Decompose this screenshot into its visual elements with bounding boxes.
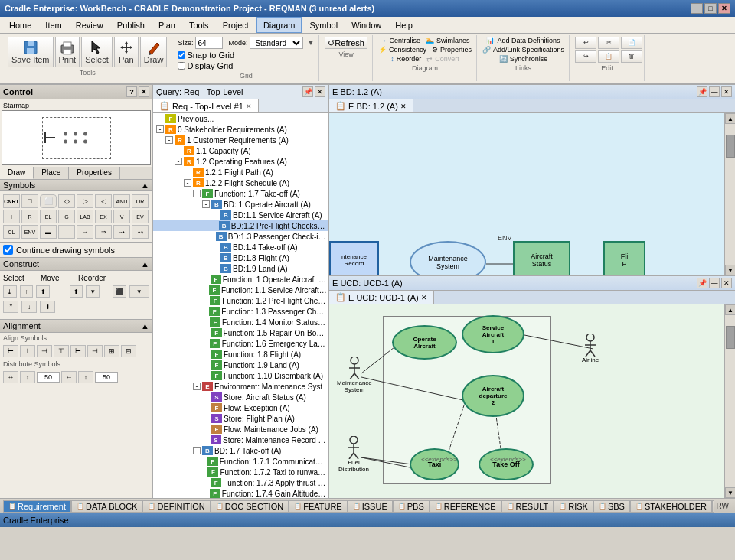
continue-checkbox[interactable] [3, 245, 13, 255]
tree-item[interactable]: FFunction: 1.4 Monitor Status (A) [153, 317, 328, 327]
aircraft-departure-shape[interactable]: Aircraftdeparture2 [462, 375, 524, 417]
tree-item[interactable]: BBD:1.3 Passenger Check-in (A) [153, 231, 328, 242]
snap-checkbox[interactable] [178, 51, 185, 59]
menu-window[interactable]: Window [345, 17, 387, 33]
centralise-label[interactable]: Centralise [389, 37, 420, 44]
edit-btn-3[interactable]: ✂ [598, 37, 619, 49]
tree-expand-btn[interactable]: - [193, 447, 201, 454]
maximize-btn[interactable]: □ [704, 3, 717, 14]
tree-item[interactable]: BBD:1.4 Take-off (A) [153, 242, 328, 252]
tree-expand-btn[interactable]: - [175, 158, 182, 165]
status-tab[interactable]: 📋 DOC SECTION [211, 500, 289, 513]
status-tab[interactable]: 📋 DATA BLOCK [71, 500, 142, 513]
tree-item[interactable]: -R1.2 Operating Features (A) [153, 156, 328, 167]
tree-item[interactable]: FFunction: 1.8 Flight (A) [153, 349, 328, 360]
sym-box2[interactable]: ▬ [40, 225, 57, 239]
sym-trigger[interactable]: ▷ [77, 194, 93, 208]
tree-tab-active[interactable]: 📋 Req - Top-Level #1 ✕ [153, 99, 259, 112]
sym-arrow-r[interactable]: → [77, 225, 93, 239]
align-bottom[interactable]: ⊣ [87, 345, 103, 357]
panel-close-btn[interactable]: ✕ [139, 86, 149, 97]
tree-item[interactable]: FFunction: 1.3 Passenger Check- [153, 306, 328, 317]
menu-review[interactable]: Review [70, 17, 109, 33]
top-close-btn[interactable]: ✕ [721, 86, 732, 97]
sym-ex[interactable]: EX [95, 210, 112, 223]
bottom-min-btn[interactable]: — [709, 278, 720, 288]
sym-lab[interactable]: LAB [77, 210, 93, 223]
tree-expand-btn[interactable]: - [193, 190, 201, 197]
tree-item[interactable]: BBD:1.9 Land (A) [153, 263, 328, 274]
align-center-v[interactable]: ⊢ [70, 345, 86, 357]
menu-publish[interactable]: Publish [111, 17, 151, 33]
c-btn-7[interactable]: ⤒ [3, 301, 18, 313]
pan-button[interactable]: Pan [114, 37, 139, 67]
sym-r[interactable]: R [21, 210, 38, 223]
tree-item[interactable]: FFunction: 1.10 Disembark (A) [153, 370, 328, 381]
align-extra2[interactable]: ⊟ [121, 345, 136, 357]
menu-diagram[interactable]: Diagram [256, 17, 302, 33]
sym-process[interactable]: CNRT [3, 194, 20, 208]
sym-ev[interactable]: EV [132, 210, 149, 223]
tree-item[interactable]: -BBD: 1 Operate Aircraft (A) [153, 199, 328, 210]
status-tab[interactable]: 📋 SYSTEM REQ [712, 500, 714, 513]
status-tab[interactable]: 📋 PBS [393, 500, 430, 513]
sym-el[interactable]: EL [40, 210, 57, 223]
draw-tab[interactable]: Draw [0, 167, 34, 179]
tree-item[interactable]: FFunction: 1.7.3 Apply thrust (A) [153, 477, 328, 488]
sym-diamond[interactable]: ◇ [58, 194, 75, 208]
tree-close-btn[interactable]: ✕ [315, 86, 325, 97]
sym-i[interactable]: I [3, 210, 20, 223]
edit-btn-6[interactable]: 🗑 [621, 50, 642, 63]
c-btn-9[interactable]: ⬇ [40, 301, 55, 313]
status-tab[interactable]: 📋 Requirement [3, 500, 71, 513]
scroll-down-arrow[interactable]: ▼ [725, 265, 735, 275]
takeoff-shape[interactable]: Take Off [479, 448, 534, 480]
tree-item[interactable]: BBD:1.8 Flight (A) [153, 252, 328, 263]
dist-v-input[interactable] [95, 372, 118, 383]
status-tab[interactable]: 📋 SBS [593, 500, 630, 513]
status-tab[interactable]: 📋 RESULT [501, 500, 554, 513]
tree-item[interactable]: -R0 Stakeholder Requirements (A) [153, 124, 328, 135]
sym-rect[interactable]: □ [21, 194, 38, 208]
reorder-label[interactable]: Reorder [397, 55, 422, 63]
taxi-shape[interactable]: Taxi [410, 448, 459, 480]
menu-plan[interactable]: Plan [152, 17, 181, 33]
align-left[interactable]: ⊢ [3, 345, 18, 357]
status-tab[interactable]: 📋 DEFINITION [142, 500, 210, 513]
tree-item[interactable]: BBD:1.1 Service Aircraft (A) [153, 210, 328, 220]
bottom-pin-btn[interactable]: 📌 [697, 278, 707, 288]
tree-item[interactable]: -BBD: 1.7 Take-off (A) [153, 445, 328, 456]
sym-v[interactable]: V [113, 210, 130, 223]
c-btn-6[interactable]: ▼ [129, 285, 149, 298]
refresh-button[interactable]: ↺ Refresh [325, 37, 368, 49]
status-tab[interactable]: 📋 FEATURE [289, 500, 348, 513]
menu-symbol[interactable]: Symbol [303, 17, 344, 33]
minimize-btn[interactable]: _ [691, 3, 703, 14]
print-button[interactable]: Print [55, 37, 80, 67]
dist-btn-3[interactable]: ↔ [61, 371, 77, 383]
top-diagram-canvas[interactable]: MaintenanceSystem AircraftStatus FliP EN… [329, 113, 735, 275]
tree-expand-btn[interactable]: - [202, 200, 210, 208]
tree-item[interactable]: FFunction: 1.9 Land (A) [153, 360, 328, 370]
tree-item[interactable]: FFunction: 1.7.2 Taxi to runway (A) [153, 467, 328, 477]
dist-btn-4[interactable]: ↕ [78, 371, 93, 383]
c-btn-1[interactable]: ⤓ [3, 285, 17, 298]
menu-project[interactable]: Project [217, 17, 255, 33]
tree-item[interactable]: SStore: Maintenance Record (A) [153, 435, 328, 445]
tree-item[interactable]: FFunction: 1.2 Pre-Flight Checks [153, 295, 328, 306]
tree-item[interactable]: FFlow: Exception (A) [153, 402, 328, 413]
dist-btn-2[interactable]: ↕ [20, 371, 35, 383]
tree-item[interactable]: -FFunction: 1.7 Take-off (A) [153, 188, 328, 199]
close-btn[interactable]: ✕ [718, 3, 730, 14]
c-btn-dropdown[interactable]: ▼ [86, 285, 100, 298]
top-pin-btn[interactable]: 📌 [697, 86, 707, 97]
c-btn-8[interactable]: ↓ [21, 301, 37, 313]
tree-expand-btn[interactable]: - [184, 179, 191, 187]
tree-content[interactable]: FPrevious...-R0 Stakeholder Requirements… [153, 113, 328, 498]
properties-label[interactable]: Properties [440, 46, 472, 54]
tree-item[interactable]: FFunction: 1.6 Emergency Landir [153, 338, 328, 349]
tree-item[interactable]: FFunction: 1.5 Repair On-Board [153, 327, 328, 338]
menu-tools[interactable]: Tools [183, 17, 215, 33]
service-aircraft-shape[interactable]: ServiceAircraft1 [462, 315, 524, 353]
edit-btn-5[interactable]: 📄 [621, 37, 642, 49]
